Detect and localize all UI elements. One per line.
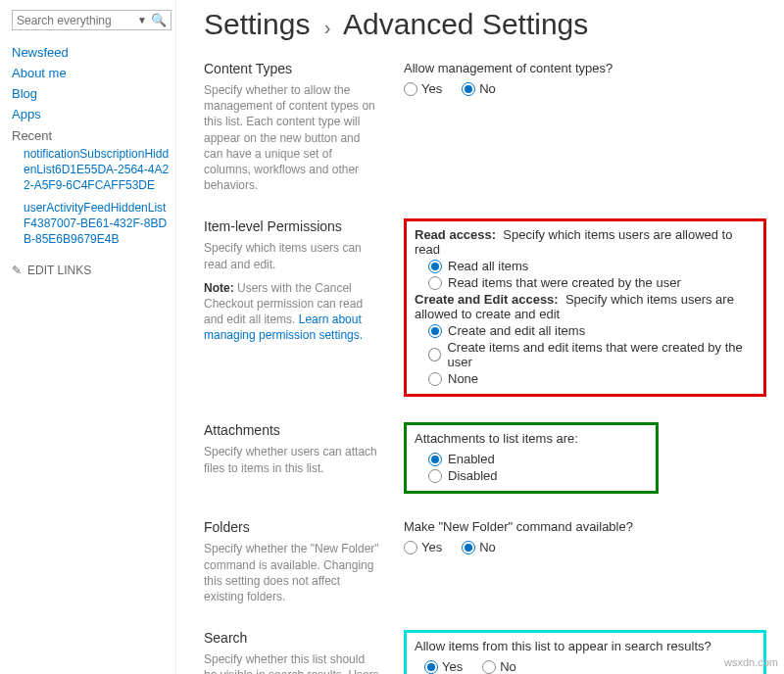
section-title: Folders [204, 519, 380, 535]
section-permissions: Item-level Permissions Specify which ite… [204, 218, 766, 397]
question-label: Allow items from this list to appear in … [415, 639, 756, 653]
section-desc: Specify whether the "New Folder" command… [204, 541, 380, 604]
section-desc: Specify whether users can attach files t… [204, 444, 380, 475]
highlight-box-attachments: Attachments to list items are: Enabled D… [404, 422, 659, 494]
question-label: Make "New Folder" command available? [404, 519, 766, 534]
create-access-label: Create and Edit access: [415, 292, 559, 307]
highlight-box-permissions: Read access: Specify which items users a… [404, 218, 766, 397]
section-folders: Folders Specify whether the "New Folder"… [204, 519, 766, 604]
radio-yes[interactable]: Yes [404, 81, 442, 96]
chevron-down-icon[interactable]: ▼ [133, 15, 151, 25]
page-title: Advanced Settings [343, 8, 588, 40]
section-desc: Specify whether to allow the management … [204, 82, 380, 193]
read-access-label: Read access: [415, 227, 496, 242]
nav-blog[interactable]: Blog [12, 83, 172, 104]
edit-links[interactable]: ✎ EDIT LINKS [12, 264, 172, 277]
chevron-right-icon: › [318, 17, 337, 38]
pencil-icon: ✎ [12, 264, 22, 277]
nav-apps[interactable]: Apps [12, 104, 172, 124]
highlight-box-search: Allow items from this list to appear in … [404, 630, 766, 674]
section-attachments: Attachments Specify whether users can at… [204, 422, 766, 494]
section-title: Search [204, 630, 380, 646]
recent-item[interactable]: userActivityFeedHiddenListF4387007-BE61-… [12, 197, 172, 251]
sidebar: ▼ 🔍 Newsfeed About me Blog Apps Recent n… [0, 0, 176, 674]
watermark: wsxdn.com [724, 656, 778, 668]
search-icon[interactable]: 🔍 [151, 13, 167, 27]
section-title: Attachments [204, 422, 380, 438]
radio-no[interactable]: No [482, 659, 516, 674]
section-search: Search Specify whether this list should … [204, 630, 766, 674]
section-title: Content Types [204, 61, 380, 76]
section-note: Note: Users with the Cancel Checkout per… [204, 280, 380, 344]
radio-yes[interactable]: Yes [424, 659, 463, 674]
search-box[interactable]: ▼ 🔍 [12, 10, 172, 30]
radio-read-own[interactable]: Read items that were created by the user [428, 275, 756, 290]
question-label: Allow management of content types? [404, 61, 766, 75]
radio-enabled[interactable]: Enabled [428, 452, 648, 466]
radio-create-own[interactable]: Create items and edit items that were cr… [428, 340, 756, 369]
radio-none[interactable]: None [415, 371, 756, 386]
edit-links-label: EDIT LINKS [27, 264, 91, 277]
breadcrumb-root[interactable]: Settings [204, 8, 310, 40]
main: Settings › Advanced Settings Content Typ… [176, 0, 784, 674]
radio-no[interactable]: No [462, 540, 496, 554]
nav-newsfeed[interactable]: Newsfeed [12, 42, 172, 63]
radio-no[interactable]: No [462, 81, 496, 96]
nav: Newsfeed About me Blog Apps Recent notif… [12, 42, 172, 250]
nav-recent-label: Recent [12, 124, 172, 143]
section-desc: Specify whether this list should be visi… [204, 651, 380, 674]
search-input[interactable] [17, 14, 133, 27]
section-desc: Specify which items users can read and e… [204, 240, 380, 271]
section-title: Item-level Permissions [204, 218, 380, 234]
radio-yes[interactable]: Yes [404, 540, 442, 554]
recent-item[interactable]: notificationSubscriptionHiddenList6D1E55… [12, 143, 172, 197]
question-label: Attachments to list items are: [415, 431, 648, 446]
radio-create-all[interactable]: Create and edit all items [428, 323, 756, 338]
radio-read-all[interactable]: Read all items [428, 259, 756, 273]
nav-about-me[interactable]: About me [12, 63, 172, 83]
radio-disabled[interactable]: Disabled [428, 468, 648, 483]
breadcrumb: Settings › Advanced Settings [204, 8, 766, 41]
section-content-types: Content Types Specify whether to allow t… [204, 61, 766, 193]
